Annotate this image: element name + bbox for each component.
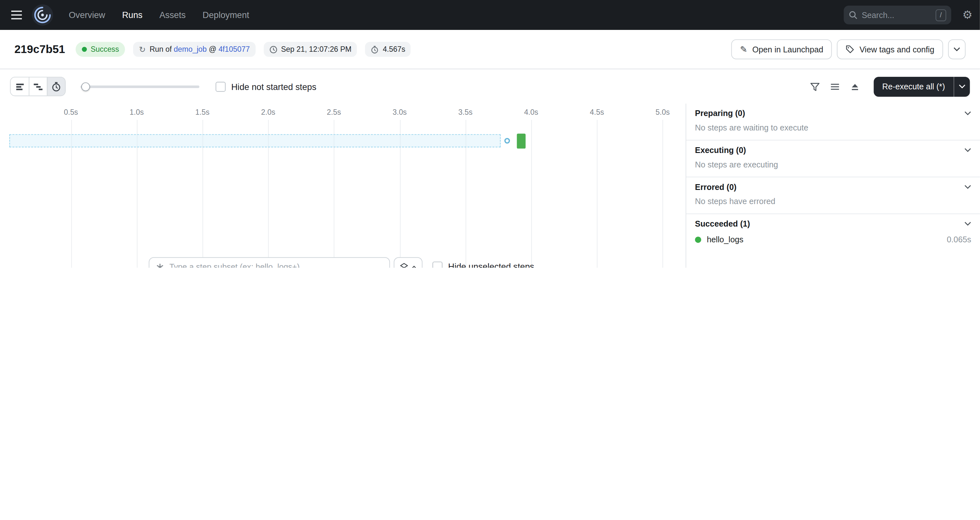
filter-icon[interactable] [806, 78, 823, 95]
axis-tick-label: 3.5s [458, 108, 473, 117]
run-timestamp-tag: Sep 21, 12:07:26 PM [264, 42, 357, 57]
collapse-all-icon[interactable] [846, 78, 863, 95]
hide-unselected-checkbox[interactable]: Hide unselected steps [433, 262, 534, 268]
graph-query-toggle-button[interactable] [394, 257, 422, 268]
job-name-link[interactable]: demo_job [174, 45, 207, 54]
chevron-up-icon [411, 265, 417, 268]
checkbox-icon [216, 81, 226, 91]
panel-section-preparing: Preparing (0) No steps are waiting to ex… [686, 103, 980, 140]
tag-icon [846, 45, 854, 54]
panel-header-errored[interactable]: Errored (0) [686, 178, 980, 195]
header-actions: ✎ Open in Launchpad View tags and config [731, 39, 966, 59]
nav-deployment[interactable]: Deployment [202, 10, 249, 20]
step-status-panel: Preparing (0) No steps are waiting to ex… [686, 103, 980, 268]
run-actions-dropdown-button[interactable] [948, 39, 966, 59]
history-icon: ↻ [139, 45, 146, 53]
primary-nav: Overview Runs Assets Deployment [69, 10, 249, 20]
run-id-title: 219c7b51 [14, 43, 65, 56]
search-shortcut-key: / [935, 9, 946, 21]
view-waterfall-icon[interactable] [29, 78, 47, 95]
search-icon [849, 11, 858, 19]
panel-section-succeeded: Succeeded (1) hello_logs 0.065s [686, 214, 980, 252]
step-subset-input-wrap [149, 257, 390, 268]
view-flat-icon[interactable] [11, 78, 29, 95]
axis-gridline [531, 120, 532, 268]
panel-header-succeeded[interactable]: Succeeded (1) [686, 214, 980, 232]
panel-section-errored: Errored (0) No steps have errored [686, 178, 980, 214]
panel-section-executing: Executing (0) No steps are executing [686, 140, 980, 178]
run-header: 219c7b51 Success ↻ Run of demo_job @ 4f1… [0, 30, 980, 69]
axis-tick-label: 1.0s [130, 108, 144, 117]
reexecute-dropdown-button[interactable] [954, 76, 970, 97]
rows-icon[interactable] [826, 78, 843, 95]
gantt-axis: 0.5s1.0s1.5s2.0s2.5s3.0s3.5s4.0s4.5s5.0s [0, 103, 686, 120]
status-dot-icon [82, 47, 87, 52]
toolbar-right-actions [806, 78, 864, 95]
nav-overview[interactable]: Overview [69, 10, 105, 20]
axis-tick-label: 4.5s [590, 108, 604, 117]
slider-knob[interactable] [81, 82, 90, 90]
top-nav: Overview Runs Assets Deployment Search..… [0, 0, 980, 30]
settings-gear-icon[interactable]: ⚙ [962, 10, 972, 21]
op-selector-icon [156, 263, 164, 268]
app-window: Overview Runs Assets Deployment Search..… [0, 0, 980, 268]
axis-tick-label: 2.0s [261, 108, 275, 117]
search-placeholder: Search... [862, 10, 931, 20]
axis-tick-label: 2.5s [327, 108, 341, 117]
gantt-view-toggle [10, 77, 66, 96]
nav-assets[interactable]: Assets [159, 10, 186, 20]
run-of-tag: ↻ Run of demo_job @ 4f105077 [134, 42, 255, 57]
gantt-section: 0.5s1.0s1.5s2.0s2.5s3.0s3.5s4.0s4.5s5.0s [0, 103, 980, 268]
view-tags-config-button[interactable]: View tags and config [837, 39, 943, 59]
success-dot-icon [695, 236, 701, 242]
pencil-icon: ✎ [740, 45, 748, 54]
panel-header-executing[interactable]: Executing (0) [686, 140, 980, 159]
reexecute-all-button[interactable]: Re-execute all (*) [873, 76, 954, 97]
view-timed-icon[interactable] [47, 78, 65, 95]
reexecute-button-group: Re-execute all (*) [873, 76, 970, 97]
chevron-down-icon [964, 111, 971, 116]
run-duration-tag: 4.567s [365, 42, 411, 57]
axis-tick-label: 0.5s [64, 108, 78, 117]
gantt-step-bar-hello-logs[interactable] [517, 134, 525, 149]
gantt-controls: Hide unselected steps [0, 257, 686, 268]
axis-tick-label: 5.0s [656, 108, 670, 117]
run-status-badge: Success [76, 42, 125, 57]
dagster-logo[interactable] [31, 4, 54, 26]
nav-runs[interactable]: Runs [122, 10, 142, 20]
chevron-down-icon [964, 148, 971, 152]
succeeded-step-row[interactable]: hello_logs 0.065s [686, 232, 980, 252]
axis-gridline [663, 120, 663, 268]
axis-tick-label: 1.5s [195, 108, 210, 117]
chevron-down-icon [953, 47, 960, 52]
gantt-chart: 0.5s1.0s1.5s2.0s2.5s3.0s3.5s4.0s4.5s5.0s [0, 103, 686, 268]
step-subset-input[interactable] [169, 262, 383, 268]
gantt-waiting-bar [10, 134, 501, 147]
gantt-marker-icon [504, 138, 510, 143]
run-toolbar: Hide not started steps Re-execute all (*… [0, 70, 980, 104]
axis-gridline [597, 120, 597, 268]
search-input[interactable]: Search... / [843, 5, 951, 24]
axis-tick-label: 3.0s [393, 108, 407, 117]
open-in-launchpad-button[interactable]: ✎ Open in Launchpad [731, 39, 832, 59]
panel-header-preparing[interactable]: Preparing (0) [686, 103, 980, 122]
clock-icon [269, 45, 277, 53]
hamburger-menu-icon[interactable] [7, 5, 26, 24]
hide-not-started-checkbox[interactable]: Hide not started steps [216, 81, 316, 91]
chevron-down-icon [964, 185, 971, 189]
stopwatch-icon [371, 45, 379, 53]
layers-icon [399, 262, 409, 268]
axis-tick-label: 4.0s [524, 108, 538, 117]
chevron-down-icon [964, 222, 971, 226]
gantt-zoom-slider[interactable] [81, 82, 199, 90]
gantt-grid [0, 120, 686, 268]
commit-link[interactable]: 4f105077 [218, 45, 250, 54]
checkbox-icon [433, 262, 442, 268]
